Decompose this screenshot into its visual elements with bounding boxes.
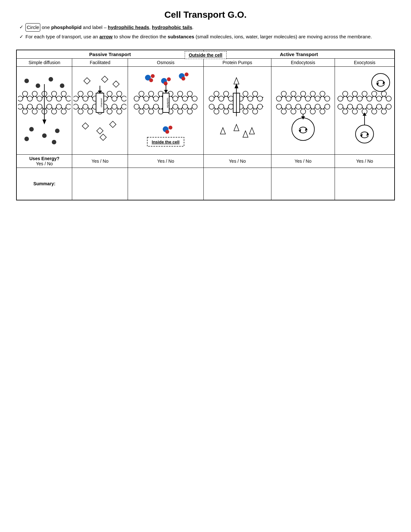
svg-point-12 (23, 109, 28, 114)
svg-marker-60 (82, 123, 89, 129)
svg-point-102 (181, 77, 185, 81)
svg-point-178 (347, 104, 353, 109)
svg-point-80 (139, 109, 144, 114)
page-title: Cell Transport G.O. (16, 10, 395, 20)
svg-point-174 (381, 91, 387, 96)
svg-point-89 (182, 104, 188, 109)
svg-marker-134 (243, 131, 248, 137)
svg-point-139 (281, 91, 286, 96)
svg-point-34 (78, 91, 83, 96)
instruction-1: Circle one phospholipid and label – hydr… (25, 23, 194, 32)
svg-point-165 (338, 96, 343, 101)
diagram-endo (271, 67, 335, 155)
svg-point-173 (377, 96, 382, 101)
svg-marker-132 (220, 128, 225, 134)
svg-text:Inside the cell: Inside the cell (152, 140, 180, 144)
checkmark-1: ✓ (19, 23, 24, 31)
svg-point-3 (32, 91, 37, 96)
instructions-block: ✓ Circle one phospholipid and label – hy… (16, 23, 395, 41)
svg-point-88 (178, 109, 183, 114)
svg-point-104 (169, 126, 172, 130)
svg-point-90 (187, 109, 192, 114)
summary-osmosis (128, 168, 204, 200)
svg-point-68 (144, 96, 149, 101)
svg-point-159 (325, 104, 330, 109)
svg-point-7 (52, 91, 57, 96)
svg-point-119 (257, 96, 262, 101)
svg-point-54 (122, 104, 126, 109)
svg-point-140 (286, 96, 291, 101)
svg-point-45 (78, 109, 83, 114)
svg-point-171 (367, 96, 372, 101)
svg-point-129 (257, 104, 262, 109)
uses-energy-protein: Yes / No (203, 155, 271, 168)
svg-point-152 (291, 109, 296, 114)
svg-point-36 (88, 91, 93, 96)
diagram-exo (335, 67, 395, 155)
svg-point-1 (23, 91, 28, 96)
svg-point-18 (52, 109, 57, 114)
svg-point-149 (276, 104, 281, 109)
svg-point-40 (107, 91, 112, 96)
checkmark-2: ✓ (19, 33, 24, 41)
summary-endo (271, 168, 335, 200)
svg-point-176 (338, 104, 343, 109)
uses-energy-exo: Yes / No (335, 155, 395, 168)
col-header-osmosis: Osmosis (128, 59, 204, 67)
svg-point-118 (252, 91, 258, 96)
svg-point-167 (347, 96, 353, 101)
col-header-simple: Simple diffusion (16, 59, 72, 67)
diagram-protein (203, 67, 271, 155)
svg-point-20 (61, 109, 66, 114)
svg-point-69 (149, 91, 154, 96)
svg-point-10 (66, 96, 71, 101)
uses-energy-facilitated: Yes / No (72, 155, 128, 168)
svg-point-122 (219, 104, 224, 109)
svg-point-53 (117, 109, 122, 114)
svg-point-157 (315, 104, 320, 109)
svg-point-145 (310, 91, 315, 96)
svg-point-0 (18, 96, 23, 101)
svg-point-28 (55, 129, 60, 133)
svg-point-128 (252, 109, 258, 114)
svg-point-169 (357, 96, 362, 101)
svg-point-2 (27, 96, 33, 101)
svg-marker-135 (249, 128, 254, 134)
svg-point-111 (214, 91, 219, 96)
svg-point-141 (291, 91, 296, 96)
svg-point-105 (165, 130, 169, 134)
yes-no-simple: Yes / No (18, 161, 71, 166)
svg-marker-57 (84, 78, 90, 84)
summary-simple: Summary: (16, 168, 72, 200)
svg-point-182 (367, 104, 372, 109)
svg-point-179 (352, 109, 357, 114)
svg-point-116 (243, 91, 248, 96)
svg-point-153 (296, 104, 301, 109)
svg-point-95 (151, 74, 155, 78)
svg-point-168 (352, 91, 357, 96)
svg-point-30 (52, 140, 56, 144)
svg-point-113 (223, 91, 229, 96)
col-header-protein: Protein Pumps (203, 59, 271, 67)
svg-point-187 (372, 73, 390, 92)
svg-point-120 (209, 104, 214, 109)
svg-marker-131 (234, 78, 239, 84)
svg-point-43 (122, 96, 126, 101)
svg-point-21 (66, 104, 71, 109)
circle-label: Circle (25, 23, 40, 32)
svg-marker-133 (234, 124, 239, 131)
diagram-osmosis: aquaporin (128, 67, 204, 155)
uses-energy-label: Uses Energy? (18, 156, 71, 161)
svg-point-42 (117, 91, 122, 96)
svg-point-19 (56, 104, 62, 109)
svg-point-150 (281, 109, 286, 114)
svg-point-75 (178, 91, 183, 96)
svg-point-170 (362, 91, 367, 96)
instruction-2: For each type of transport, use an arrow… (25, 33, 372, 41)
svg-point-98 (167, 77, 171, 81)
svg-point-67 (139, 91, 144, 96)
svg-point-24 (49, 77, 53, 82)
svg-point-155 (305, 104, 310, 109)
uses-energy-endo: Yes / No (271, 155, 335, 168)
svg-point-27 (42, 133, 47, 138)
